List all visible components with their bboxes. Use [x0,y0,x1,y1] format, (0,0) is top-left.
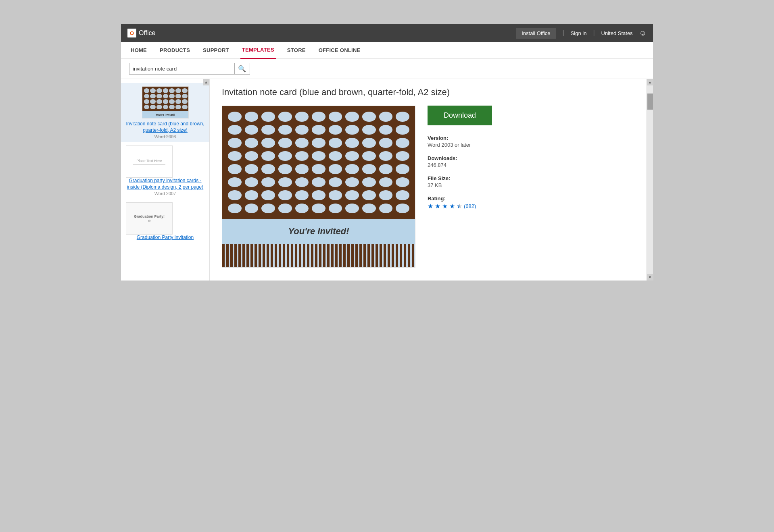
content-area: HOME PRODUCTS SUPPORT TEMPLATES STORE OF… [121,42,653,281]
pdot [379,138,393,148]
office-icon-letter: O [130,30,134,36]
preview-invited-section: You're Invited! [222,219,415,244]
rating-label: Rating: [428,195,508,202]
sidebar-item-title-1[interactable]: Invitation note card (blue and brown, qu… [126,121,204,133]
thumb-party-sub: ✿ [148,219,151,223]
version-value: Word 2003 or later [428,142,508,148]
dot [144,94,150,99]
star-4: ★ [449,202,455,210]
dot [150,88,156,93]
scroll-up-arrow[interactable]: ▲ [203,79,209,85]
pdot [329,151,342,161]
pdot [245,125,259,135]
pdot [278,125,292,135]
star-2: ★ [435,202,440,210]
pdot [261,112,275,122]
sidebar-item-sub2-2: Word 2007 [126,191,204,196]
pdot [312,112,325,122]
pdot [228,204,242,214]
nav-store[interactable]: STORE [286,42,307,59]
preview-stripes-section [222,244,415,267]
sidebar: ▲ [121,79,210,281]
sidebar-item-sub-1: Word 2003 [126,134,204,139]
preview-frame: You're Invited! [222,106,415,268]
nav-office-online[interactable]: OFFICE ONLINE [317,42,362,59]
office-logo-text: Office [139,29,156,37]
pdot [396,138,409,148]
sidebar-item-3[interactable]: Graduation Party! ✿ Graduation Party inv… [121,199,209,244]
pdot [245,138,259,148]
dot [156,88,162,93]
pdot [396,190,409,200]
pdot [345,138,359,148]
pdot [278,112,292,122]
dot [175,99,181,104]
nav-home[interactable]: HOME [129,42,148,59]
pdot [261,204,275,214]
pdot [228,125,242,135]
pdot [312,190,325,200]
pdot [312,204,325,214]
nav-products[interactable]: PRODUCTS [158,42,192,59]
office-logo[interactable]: O Office [127,29,156,37]
dot [156,105,162,110]
pdot [261,177,275,187]
sidebar-item-2[interactable]: Place Text Here Graduation party invitat… [121,142,209,199]
dot [169,94,175,99]
search-button[interactable]: 🔍 [234,63,249,74]
dot [169,99,175,104]
download-button[interactable]: Download [428,106,492,125]
search-bar: 🔍 [121,59,653,79]
sidebar-item-title-2[interactable]: Graduation party invitation cards - insi… [126,178,204,190]
pdot [295,177,309,187]
pdot [396,125,409,135]
thumb-line [133,164,165,165]
nav-templates[interactable]: TEMPLATES [240,42,276,59]
pdot [379,125,393,135]
region-link[interactable]: United States [601,30,633,36]
sidebar-thumb-3: Graduation Party! ✿ [126,202,173,235]
pdot [362,204,376,214]
version-label: Version: [428,135,508,141]
dot [175,88,181,93]
pdot [278,138,292,148]
thumb-placeholder-text: Place Text Here [136,159,162,163]
dot [144,99,150,104]
pdot [379,151,393,161]
sidebar-item-1[interactable]: You're Invited! Invitation note card (bl… [121,83,209,142]
pdot [295,204,309,214]
dot [175,94,181,99]
office-logo-icon: O [127,29,136,37]
smiley-icon[interactable]: ☺ [639,29,647,37]
star-1: ★ [428,202,433,210]
scroll-down-btn[interactable]: ▼ [647,274,653,281]
pdot [312,164,325,174]
thumb-stripes-1 [142,118,188,118]
pdot [345,112,359,122]
outer-layout: ▲ [121,79,653,281]
sign-in-link[interactable]: Sign in [571,30,587,36]
dot [156,94,162,99]
thumb-party-text: Graduation Party! [134,214,165,218]
pdot [379,164,393,174]
rating-count[interactable]: (682) [464,203,476,209]
pdot [228,112,242,122]
pdot [345,151,359,161]
preview-dots-grid [222,106,415,219]
info-panel: Download Version: Word 2003 or later Dow… [428,106,508,268]
preview-area: You're Invited! [222,106,415,268]
nav-support[interactable]: SUPPORT [201,42,231,59]
pdot [396,177,409,187]
install-office-button[interactable]: Install Office [516,28,556,39]
info-row-filesize: File Size: 37 KB [428,175,508,188]
pdot [245,151,259,161]
scroll-up-btn[interactable]: ▲ [647,79,653,85]
pdot [228,190,242,200]
dot [163,94,169,99]
search-input[interactable] [129,64,234,74]
sidebar-item-title-3[interactable]: Graduation Party invitation [126,235,204,241]
scroll-thumb[interactable] [647,94,653,110]
detail-content: You're Invited! Download Version: Word 2… [222,106,634,268]
pdot [362,112,376,122]
pdot [362,138,376,148]
